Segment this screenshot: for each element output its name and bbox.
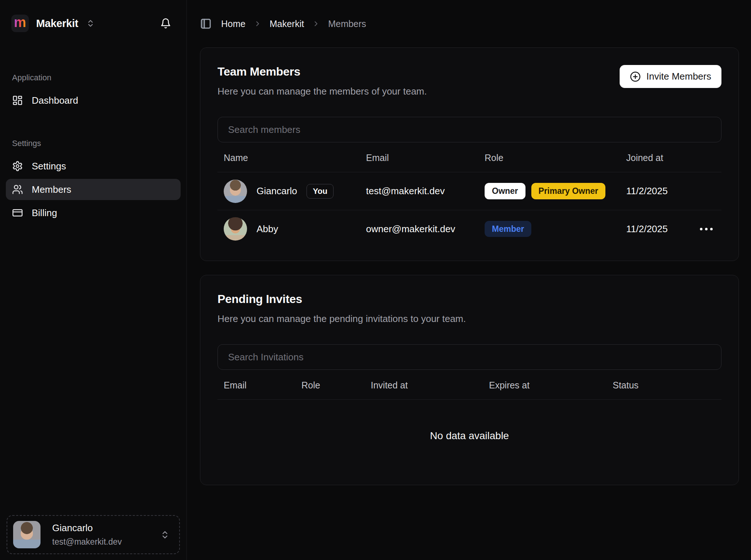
chevrons-up-down-icon bbox=[160, 530, 170, 540]
column-invited-at: Invited at bbox=[371, 380, 489, 391]
table-row: Giancarlo You test@makerkit.dev Owner Pr… bbox=[217, 172, 721, 210]
pending-invites-header: Pending Invites Here you can manage the … bbox=[217, 292, 721, 325]
invite-members-label: Invite Members bbox=[646, 71, 711, 82]
settings-gear-icon bbox=[12, 161, 23, 172]
column-expires-at: Expires at bbox=[489, 380, 613, 391]
breadcrumb-members: Members bbox=[328, 19, 366, 29]
search-invitations-input[interactable] bbox=[217, 344, 721, 370]
role-badge-primary-owner: Primary Owner bbox=[531, 183, 606, 199]
member-joined-at: 11/2/2025 bbox=[626, 223, 700, 235]
sidebar: m Makerkit Application Dashboard Setting… bbox=[0, 0, 187, 560]
dashboard-icon bbox=[12, 95, 23, 106]
member-email: owner@makerkit.dev bbox=[366, 223, 485, 235]
team-members-heading: Team Members Here you can manage the mem… bbox=[217, 65, 427, 97]
avatar bbox=[224, 180, 247, 203]
members-table-header: Name Email Role Joined at bbox=[217, 142, 721, 172]
column-email: Email bbox=[366, 153, 485, 163]
sidebar-item-label: Billing bbox=[32, 207, 57, 219]
nav-section-settings: Settings bbox=[6, 139, 181, 148]
workspace-name: Makerkit bbox=[36, 18, 78, 30]
workspace-header: m Makerkit bbox=[0, 0, 186, 32]
sidebar-item-settings[interactable]: Settings bbox=[6, 156, 181, 177]
team-members-header: Team Members Here you can manage the mem… bbox=[217, 65, 721, 97]
sidebar-item-label: Settings bbox=[32, 161, 66, 172]
breadcrumb: Home Makerkit Members bbox=[221, 19, 366, 29]
member-roles: Member bbox=[485, 221, 626, 237]
sidebar-item-members[interactable]: Members bbox=[6, 179, 181, 200]
team-members-title: Team Members bbox=[217, 65, 427, 78]
breadcrumb-makerkit[interactable]: Makerkit bbox=[270, 19, 304, 29]
sidebar-item-billing[interactable]: Billing bbox=[6, 202, 181, 223]
logo-letter: m bbox=[14, 15, 26, 29]
column-role: Role bbox=[301, 380, 371, 391]
circle-plus-icon bbox=[630, 71, 641, 82]
sidebar-nav: Application Dashboard Settings Settings … bbox=[0, 73, 186, 226]
search-members-input[interactable] bbox=[217, 117, 721, 142]
team-members-subtitle: Here you can manage the members of your … bbox=[217, 86, 427, 97]
chevrons-up-down-icon bbox=[86, 19, 95, 28]
users-icon bbox=[12, 184, 23, 195]
top-bar: Home Makerkit Members bbox=[200, 0, 739, 47]
chevron-right-icon bbox=[312, 20, 320, 28]
column-status: Status bbox=[613, 380, 721, 391]
empty-state-message: No data available bbox=[217, 400, 721, 472]
member-name-cell: Abby bbox=[224, 217, 366, 241]
chevron-right-icon bbox=[254, 20, 262, 28]
sidebar-toggle-button[interactable] bbox=[200, 18, 212, 30]
makerkit-logo: m bbox=[11, 15, 29, 32]
pending-invites-heading: Pending Invites Here you can manage the … bbox=[217, 292, 466, 325]
credit-card-icon bbox=[12, 207, 23, 218]
member-email: test@makerkit.dev bbox=[366, 185, 485, 197]
invite-members-button[interactable]: Invite Members bbox=[620, 65, 721, 88]
role-badge-owner: Owner bbox=[485, 183, 525, 199]
column-joined-at: Joined at bbox=[626, 153, 700, 163]
panel-left-icon bbox=[200, 18, 212, 30]
user-name: Giancarlo bbox=[52, 522, 122, 534]
sidebar-item-label: Dashboard bbox=[32, 95, 78, 106]
row-actions-menu-button[interactable] bbox=[700, 224, 721, 234]
team-members-card: Team Members Here you can manage the mem… bbox=[200, 47, 739, 261]
breadcrumb-home[interactable]: Home bbox=[221, 19, 246, 29]
sidebar-item-dashboard[interactable]: Dashboard bbox=[6, 90, 181, 111]
member-joined-at: 11/2/2025 bbox=[626, 185, 700, 197]
member-name: Giancarlo bbox=[257, 185, 297, 197]
pending-invites-card: Pending Invites Here you can manage the … bbox=[200, 275, 739, 485]
user-info: Giancarlo test@makerkit.dev bbox=[52, 522, 122, 547]
notifications-button[interactable] bbox=[160, 18, 171, 29]
bell-icon bbox=[160, 18, 171, 29]
avatar bbox=[224, 217, 247, 241]
table-row: Abby owner@makerkit.dev Member 11/2/2025 bbox=[217, 210, 721, 248]
you-badge: You bbox=[307, 184, 334, 199]
role-badge-member: Member bbox=[485, 221, 531, 237]
nav-section-application: Application bbox=[6, 73, 181, 83]
member-name-cell: Giancarlo You bbox=[224, 180, 366, 203]
workspace-switcher[interactable] bbox=[86, 19, 95, 28]
sidebar-item-label: Members bbox=[32, 184, 71, 195]
user-email: test@makerkit.dev bbox=[52, 537, 122, 547]
column-name: Name bbox=[224, 153, 366, 163]
user-avatar bbox=[13, 521, 41, 548]
column-role: Role bbox=[485, 153, 626, 163]
column-email: Email bbox=[224, 380, 301, 391]
member-name: Abby bbox=[257, 223, 278, 235]
main-content: Home Makerkit Members Team Members Here … bbox=[187, 0, 751, 560]
pending-invites-subtitle: Here you can manage the pending invitati… bbox=[217, 313, 466, 325]
pending-invites-title: Pending Invites bbox=[217, 292, 466, 306]
invites-table-header: Email Role Invited at Expires at Status bbox=[217, 370, 721, 400]
member-roles: Owner Primary Owner bbox=[485, 183, 626, 199]
user-account-menu[interactable]: Giancarlo test@makerkit.dev bbox=[7, 515, 180, 554]
ellipsis-icon bbox=[700, 228, 713, 230]
